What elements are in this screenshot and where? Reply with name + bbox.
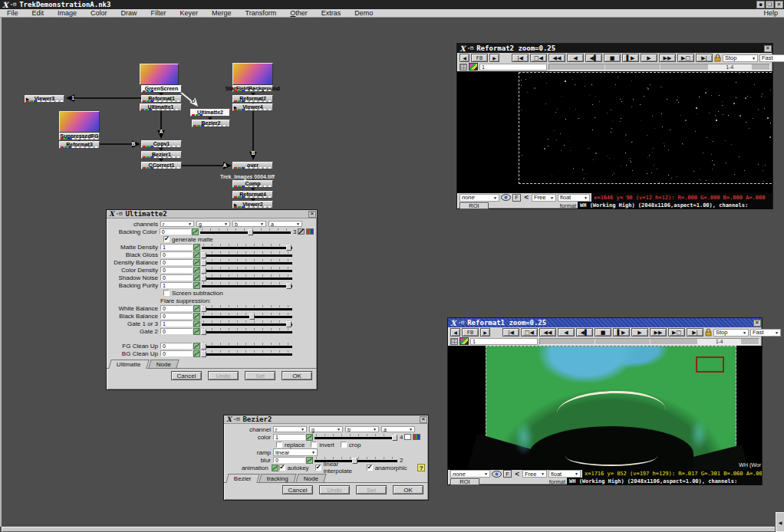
param-value-input[interactable]: 0 [160, 259, 193, 265]
ultimatte-channel-select-r[interactable]: r▼ [160, 221, 194, 227]
bezier-channel-select-a[interactable]: a▼ [381, 426, 415, 432]
menu-extras[interactable]: Extras [315, 9, 348, 17]
param-value-input[interactable]: 0 [160, 313, 193, 319]
window-menu-icon[interactable]: -⊟ [116, 211, 122, 217]
slider-handle[interactable] [201, 252, 206, 258]
full-res-button[interactable]: F [512, 194, 521, 202]
param-value-input[interactable]: 0 [160, 267, 193, 273]
playback-mode-select[interactable]: Stop▼ [723, 54, 758, 62]
linear-interpolate-checkbox[interactable] [315, 465, 321, 471]
animation-curve-icon[interactable] [193, 244, 200, 251]
close-icon[interactable]: ✕ [764, 45, 772, 52]
window-menu-icon[interactable]: -⊟ [10, 2, 16, 8]
stop-icon[interactable]: ■ [595, 328, 611, 337]
ramp-select[interactable]: linear▼ [273, 448, 318, 456]
autokey-checkbox[interactable] [279, 465, 285, 471]
node-ultimatte1[interactable]: Ultimatte1 [140, 103, 182, 111]
param-slider[interactable] [202, 244, 292, 251]
next-key-button[interactable]: ▶ [480, 328, 490, 337]
generate-matte-checkbox[interactable] [163, 236, 170, 242]
window-menu-icon[interactable]: -⊟ [233, 416, 239, 422]
animation-curve-icon[interactable] [192, 228, 199, 235]
timeline-slider[interactable]: 1-4 [539, 338, 759, 345]
grid-icon[interactable] [460, 64, 467, 71]
slider-handle[interactable] [249, 314, 255, 320]
menu-edit[interactable]: Edit [25, 9, 51, 17]
menu-help[interactable]: Help [757, 9, 784, 17]
tab-tracking[interactable]: tracking [259, 474, 296, 482]
animation-curve-icon[interactable] [193, 350, 200, 357]
key-forward-icon[interactable]: ▶□ [668, 328, 685, 337]
play-back-icon[interactable]: ◀ [567, 54, 584, 62]
param-value-input[interactable]: 0 [160, 328, 193, 334]
menu-file[interactable]: File [0, 9, 25, 17]
lut-select[interactable]: none▼ [450, 470, 490, 478]
prev-key-button[interactable]: ◀ [460, 54, 469, 62]
close-icon[interactable]: ✕ [753, 320, 761, 327]
param-value-input[interactable]: 1 [273, 434, 305, 440]
playback-speed-select[interactable]: Fast▼ [759, 54, 784, 62]
node-over[interactable]: over [232, 162, 273, 169]
vertical-scrollbar[interactable]: ◀ [776, 512, 784, 532]
replace-checkbox[interactable] [276, 442, 282, 448]
screen-subtraction-checkbox[interactable] [163, 290, 170, 296]
slider-handle[interactable] [201, 329, 206, 335]
depth-select[interactable]: float▼ [548, 470, 581, 478]
slider-handle[interactable] [201, 275, 206, 281]
node-ccorrect1[interactable]: CCorrect1 [141, 162, 182, 169]
param-value-input[interactable]: 0 [160, 274, 193, 281]
play-icon[interactable]: ▶ [631, 328, 648, 337]
slider-handle[interactable] [392, 435, 397, 441]
node-viewer2[interactable]: ▶Viewer2 [232, 201, 273, 209]
param-slider[interactable] [202, 305, 292, 312]
node-viewer3[interactable]: ▶Viewer3 [25, 95, 64, 103]
param-value-input[interactable]: 0 [160, 305, 193, 311]
close-icon[interactable]: ✕ [775, 1, 783, 8]
menu-keyer[interactable]: Keyer [173, 9, 206, 17]
animation-curve-icon[interactable] [193, 313, 200, 320]
fast-back-icon[interactable]: ◀◀ [539, 328, 556, 337]
animation-curve-icon[interactable] [193, 259, 200, 266]
timeline-slider[interactable]: 1-4 [548, 64, 770, 71]
menu-filter[interactable]: Filter [144, 9, 173, 17]
step-forward-icon[interactable]: ▌▶ [622, 54, 639, 62]
slider-handle[interactable] [286, 245, 292, 251]
menu-image[interactable]: Image [51, 9, 84, 17]
key-forward-icon[interactable]: ▶□ [677, 54, 694, 62]
window-menu-icon[interactable]: -⊟ [458, 320, 464, 326]
palette-icon[interactable] [306, 228, 314, 235]
param-slider[interactable] [202, 282, 292, 289]
stop-icon[interactable]: ■ [604, 54, 621, 62]
goto-end-icon[interactable]: ▶| [696, 54, 713, 62]
node-viewer4[interactable]: ▶Viewer4 [232, 103, 273, 111]
param-value-input[interactable]: 1 [160, 282, 193, 288]
playback-mode-select[interactable]: Stop▼ [713, 329, 749, 337]
next-key-button[interactable]: ▶ [489, 54, 499, 62]
slider-handle[interactable] [352, 458, 357, 464]
ultimatte2-titlebar[interactable]: X -⊟ Ultimatte2 ✕ [107, 210, 317, 218]
lock-icon[interactable] [705, 328, 712, 337]
starfield-thumbnail[interactable] [232, 63, 273, 85]
slider-handle[interactable] [201, 351, 206, 357]
cancel-button[interactable]: Cancel [282, 485, 313, 494]
channels-icon[interactable] [460, 337, 469, 345]
node-reformat3[interactable]: Reformat3 [59, 141, 100, 149]
ok-button[interactable]: OK [393, 485, 423, 494]
ultimatte-channel-select-b[interactable]: b▼ [232, 221, 266, 227]
tab-node[interactable]: Node [295, 474, 326, 482]
param-value-input[interactable]: 0 [160, 350, 193, 356]
grid-icon[interactable] [450, 338, 458, 345]
tab-node[interactable]: Node [148, 360, 179, 368]
eye-icon[interactable] [492, 471, 502, 478]
animation-curve-icon[interactable] [193, 305, 200, 312]
menu-merge[interactable]: Merge [205, 9, 239, 17]
param-slider[interactable] [202, 313, 292, 320]
slider-handle[interactable] [201, 268, 206, 274]
viewer-image-area[interactable]: WH (Wor [448, 346, 762, 470]
animation-curve-icon[interactable] [193, 343, 200, 350]
param-slider[interactable] [200, 228, 291, 235]
lock-icon[interactable] [714, 54, 721, 62]
bezier-channel-select-g[interactable]: g▼ [309, 426, 343, 432]
slider-handle[interactable] [201, 260, 206, 266]
animation-curve-icon[interactable] [193, 320, 200, 327]
